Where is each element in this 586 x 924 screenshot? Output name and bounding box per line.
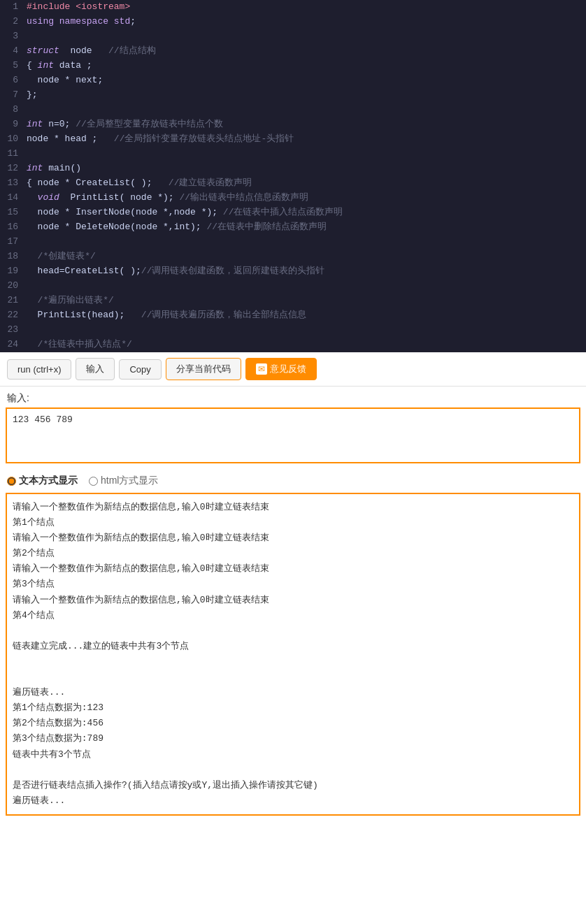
code-line-8: 8 — [0, 103, 586, 117]
output-box: 请输入一个整数值作为新结点的数据信息,输入0时建立链表结束 第1个结点 请输入一… — [6, 493, 580, 816]
code-editor: 1 #include <iostream> 2 using namespace … — [0, 0, 586, 352]
code-line-4: 4 struct node //结点结构 — [0, 44, 586, 59]
html-mode-label: html方式显示 — [101, 475, 158, 487]
code-line-7: 7 }; — [0, 88, 586, 103]
code-line-1: 1 #include <iostream> — [0, 0, 586, 15]
code-line-22: 22 PrintList(head); //调用链表遍历函数，输出全部结点信息 — [0, 308, 586, 323]
code-line-16: 16 node * DeleteNode(node *,int); //在链表中… — [0, 220, 586, 235]
feedback-label: 意见反馈 — [270, 363, 306, 375]
code-line-5: 5 { int data ; — [0, 59, 586, 73]
code-line-3: 3 — [0, 29, 586, 44]
html-mode-radio[interactable] — [89, 477, 98, 486]
code-line-15: 15 node * InsertNode(node *,node *); //在… — [0, 205, 586, 220]
code-line-23: 23 — [0, 323, 586, 338]
feedback-email-icon: ✉ — [256, 363, 267, 375]
input-section: 输入: 123 456 789 — [0, 387, 586, 463]
text-mode-label: 文本方式显示 — [19, 475, 78, 487]
code-line-19: 19 head=CreateList( );//调用链表创建函数，返回所建链表的… — [0, 264, 586, 279]
code-line-17: 17 — [0, 235, 586, 250]
input-label: 输入: — [0, 387, 586, 407]
code-line-9: 9 int n=0; //全局整型变量存放链表中结点个数 — [0, 117, 586, 132]
toolbar: run (ctrl+x) 输入 Copy 分享当前代码 ✉ 意见反馈 — [0, 352, 586, 387]
code-line-21: 21 /*遍历输出链表*/ — [0, 294, 586, 308]
text-mode-radio[interactable] — [7, 477, 16, 486]
code-line-13: 13 { node * CreateList( ); //建立链表函数声明 — [0, 176, 586, 191]
display-mode-group: 文本方式显示 html方式显示 — [0, 469, 586, 493]
code-line-12: 12 int main() — [0, 161, 586, 176]
feedback-button[interactable]: ✉ 意见反馈 — [245, 358, 317, 380]
code-line-14: 14 void PrintList( node *); //输出链表中结点信息函… — [0, 191, 586, 205]
run-button[interactable]: run (ctrl+x) — [7, 359, 71, 380]
html-mode-radio-label[interactable]: html方式显示 — [89, 475, 158, 487]
code-line-24: 24 /*往链表中插入结点*/ — [0, 338, 586, 352]
code-line-18: 18 /*创建链表*/ — [0, 250, 586, 264]
copy-button[interactable]: Copy — [119, 359, 161, 380]
code-line-20: 20 — [0, 279, 586, 294]
text-mode-radio-label[interactable]: 文本方式显示 — [7, 475, 78, 487]
code-line-6: 6 node * next; — [0, 73, 586, 88]
input-button[interactable]: 输入 — [76, 358, 115, 380]
code-line-2: 2 using namespace std; — [0, 15, 586, 29]
code-line-10: 10 node * head ; //全局指针变量存放链表头结点地址-头指针 — [0, 132, 586, 147]
input-value[interactable]: 123 456 789 — [6, 407, 580, 463]
code-line-11: 11 — [0, 147, 586, 161]
share-button[interactable]: 分享当前代码 — [166, 358, 241, 380]
